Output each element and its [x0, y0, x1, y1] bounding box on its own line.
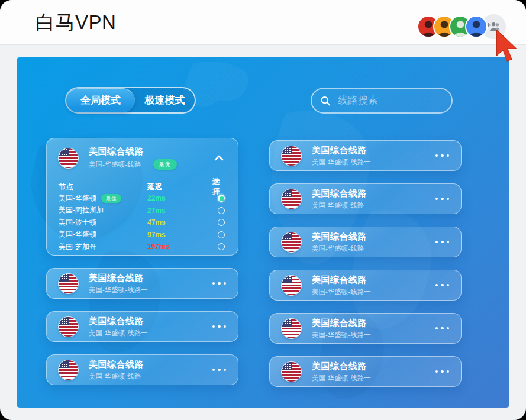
server-subtitle: 美国-华盛顿-线路一	[312, 158, 371, 167]
search-input[interactable]	[337, 94, 443, 107]
tab-speed-mode[interactable]: 极速模式	[135, 88, 195, 112]
search-icon	[320, 95, 331, 107]
server-card[interactable]: 美国综合线路 美国-华盛顿-线路一	[269, 313, 462, 344]
server-subtitle: 美国-华盛顿-线路一	[312, 201, 371, 210]
node-latency: 22ms	[147, 194, 212, 202]
search-box[interactable]	[311, 88, 453, 114]
server-card-expanded: 美国综合线路 美国-华盛顿-线路一 最优 节点	[46, 138, 238, 256]
node-latency: 97ms	[147, 231, 212, 239]
app-title: 白马VPN	[36, 9, 116, 35]
node-select-radio[interactable]	[218, 231, 225, 238]
ellipsis-icon[interactable]	[435, 237, 450, 247]
us-flag-icon	[282, 276, 301, 295]
server-title: 美国综合线路	[89, 273, 148, 284]
node-row: 美国-华盛顿 97ms	[59, 229, 226, 241]
left-collapsed-cards: 美国综合线路 美国-华盛顿-线路一 美国综合线路 美国-华盛顿-线路一 美国综合…	[46, 268, 238, 385]
us-flag-icon	[282, 189, 301, 209]
avatar-group	[424, 14, 506, 39]
node-row: 美国-阿拉斯加 27ms	[59, 205, 226, 217]
add-people-icon	[486, 21, 501, 33]
server-title: 美国综合线路	[89, 359, 148, 370]
server-title: 美国综合线路	[312, 361, 371, 372]
server-subtitle: 美国-华盛顿-线路一	[89, 329, 148, 338]
us-flag-icon	[282, 146, 301, 166]
col-header-node: 节点	[59, 182, 147, 192]
avatar-user-4[interactable]	[465, 15, 488, 38]
tab-global-mode[interactable]: 全局模式	[66, 88, 135, 112]
ellipsis-icon[interactable]	[212, 322, 227, 332]
main-panel: 全局模式 极速模式 美国综合线路 美国-华盛顿-线路一	[17, 57, 509, 408]
mode-tab-group: 全局模式 极速模式	[65, 87, 196, 114]
server-title: 美国综合线路	[312, 231, 371, 243]
best-badge: 最优	[153, 159, 177, 170]
ellipsis-icon[interactable]	[212, 279, 227, 289]
app-window: 白马VPN	[0, 0, 526, 420]
ellipsis-icon[interactable]	[435, 280, 450, 290]
server-card[interactable]: 美国综合线路 美国-华盛顿-线路一	[269, 227, 462, 257]
server-subtitle: 美国-华盛顿-线路一	[312, 374, 371, 383]
ellipsis-icon[interactable]	[212, 365, 227, 375]
ellipsis-icon[interactable]	[435, 151, 450, 161]
chevron-up-icon	[214, 155, 224, 161]
us-flag-icon	[282, 232, 301, 252]
node-select-radio[interactable]	[218, 219, 225, 226]
server-title: 美国综合线路	[312, 318, 371, 329]
node-select-radio[interactable]	[218, 195, 225, 202]
server-card[interactable]: 美国综合线路 美国-华盛顿-线路一	[46, 311, 238, 342]
us-flag-icon	[59, 317, 78, 337]
server-card[interactable]: 美国综合线路 美国-华盛顿-线路一	[269, 270, 462, 301]
col-header-select: 选择	[212, 177, 226, 197]
server-card[interactable]: 美国综合线路 美国-华盛顿-线路一	[269, 183, 462, 214]
node-rows: 美国-华盛顿 最优 22ms 美国-阿拉斯加 27ms 美国-波士顿 47ms …	[59, 192, 226, 253]
server-card[interactable]: 美国综合线路 美国-华盛顿-线路一	[46, 268, 238, 299]
server-title: 美国综合线路	[312, 188, 371, 199]
server-subtitle: 美国-华盛顿-线路一	[312, 331, 371, 340]
us-flag-icon	[282, 319, 301, 338]
us-flag-icon	[282, 362, 301, 382]
ellipsis-icon[interactable]	[435, 324, 450, 334]
node-name: 美国-芝加哥	[59, 242, 96, 252]
node-select-radio[interactable]	[218, 243, 225, 250]
server-title: 美国综合线路	[89, 146, 177, 157]
us-flag-icon	[59, 148, 78, 168]
server-column-left: 美国综合线路 美国-华盛顿-线路一 最优 节点	[46, 138, 238, 385]
server-subtitle: 美国-华盛顿-线路一	[312, 287, 371, 296]
node-latency: 27ms	[147, 206, 212, 215]
node-name: 美国-波士顿	[59, 218, 96, 228]
col-header-latency: 延迟	[147, 182, 212, 192]
node-row: 美国-华盛顿 最优 22ms	[59, 192, 226, 205]
person-icon	[466, 17, 486, 37]
ellipsis-icon[interactable]	[435, 367, 450, 377]
ellipsis-icon[interactable]	[435, 194, 450, 204]
server-title: 美国综合线路	[89, 316, 148, 327]
server-subtitle: 美国-华盛顿-线路一	[89, 160, 148, 169]
server-subtitle: 美国-华盛顿-线路一	[89, 372, 148, 381]
node-row: 美国-芝加哥 197ms	[59, 241, 226, 253]
collapse-button[interactable]	[212, 150, 226, 166]
server-title: 美国综合线路	[312, 274, 371, 286]
server-card[interactable]: 美国综合线路 美国-华盛顿-线路一	[269, 356, 462, 387]
node-name: 美国-阿拉斯加	[59, 205, 104, 215]
server-card[interactable]: 美国综合线路 美国-华盛顿-线路一	[269, 140, 462, 171]
node-name: 美国-华盛顿	[59, 230, 96, 240]
node-latency: 197ms	[147, 243, 212, 251]
node-latency: 47ms	[147, 218, 212, 227]
node-row: 美国-波士顿 47ms	[59, 217, 226, 229]
server-title: 美国综合线路	[312, 145, 371, 156]
node-table: 节点 延迟 选择 美国-华盛顿 最优 22ms 美国-阿拉斯加 27ms 美国	[59, 177, 226, 253]
server-subtitle: 美国-华盛顿-线路一	[89, 286, 148, 295]
us-flag-icon	[59, 360, 78, 380]
node-table-header: 节点 延迟 选择	[59, 177, 226, 192]
server-column-right: 美国综合线路 美国-华盛顿-线路一 美国综合线路 美国-华盛顿-线路一 美国综合…	[269, 140, 462, 387]
node-select-radio[interactable]	[218, 207, 225, 214]
server-card[interactable]: 美国综合线路 美国-华盛顿-线路一	[46, 354, 238, 385]
header-bar: 白马VPN	[0, 0, 526, 45]
node-name: 美国-华盛顿	[59, 193, 96, 203]
us-flag-icon	[59, 274, 78, 293]
best-badge: 最优	[101, 194, 121, 203]
server-subtitle: 美国-华盛顿-线路一	[312, 244, 371, 253]
expanded-card-header[interactable]: 美国综合线路 美国-华盛顿-线路一 最优	[59, 146, 226, 170]
